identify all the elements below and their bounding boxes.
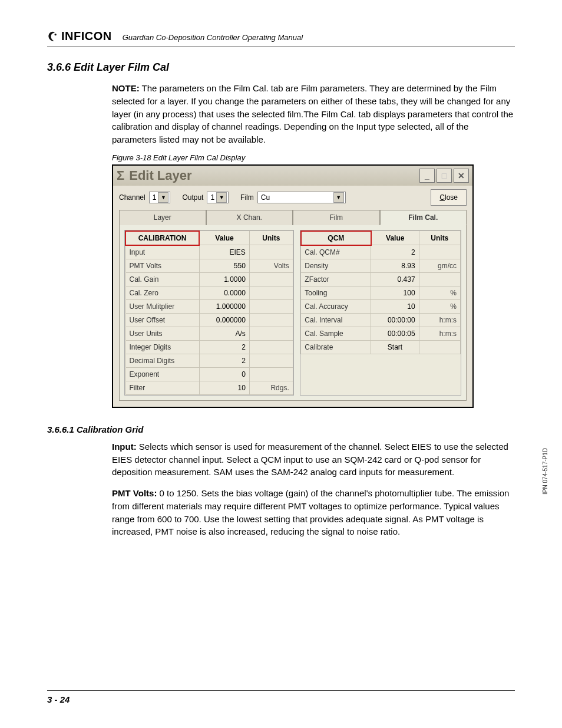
brand-logo: INFICON [47,29,112,43]
ipn-label: IPN 074-517-P1D [542,448,548,495]
row-label: Decimal Digits [125,354,199,367]
row-units [249,299,293,313]
row-label: Cal. Accuracy [301,299,371,313]
table-row: Filter10Rdgs. [125,381,293,394]
table-row: CalibrateStart [301,340,461,354]
close-button[interactable]: Close [431,189,467,206]
row-units: Rdgs. [249,381,293,394]
channel-label: Channel [119,193,146,202]
row-label: Calibrate [301,340,371,354]
table-row: User Mulitplier1.000000 [125,299,293,313]
subsection-heading: 3.6.6.1 Calibration Grid [47,424,515,434]
calibration-grid: CALIBRATION Value Units InputEIES PMT Vo… [124,230,294,396]
empty-cell [371,354,419,365]
table-row: Cal. Sample00:00:05h:m:s [301,327,461,340]
sigma-icon: Σ [117,168,124,183]
row-units: Volts [249,259,293,272]
table-row: User Offset0.000000 [125,313,293,327]
row-value[interactable]: 2 [199,354,249,367]
row-value[interactable]: 00:00:00 [371,313,419,327]
titlebar: Σ Edit Layer _ □ ✕ [113,166,472,186]
tab-xchan[interactable]: X Chan. [206,210,293,225]
minimize-button[interactable]: _ [419,169,435,183]
row-value[interactable]: EIES [199,245,249,259]
row-label: Cal. QCM# [301,245,371,259]
calibrate-start[interactable]: Start [371,340,419,354]
row-units: % [419,299,460,313]
page-footer: 3 - 24 [47,690,515,704]
row-units: h:m:s [419,313,460,327]
close-icon: ✕ [458,171,465,180]
film-value: Cu [261,193,270,202]
row-label: PMT Volts [125,259,199,272]
row-value[interactable]: 00:00:05 [371,327,419,340]
table-row: Cal. Zero0.0000 [125,286,293,299]
film-label: Film [240,193,254,202]
row-units [249,286,293,299]
output-select[interactable]: 1 ▼ [207,192,229,203]
qcm-grid: QCM Value Units Cal. QCM#2 Density8.93gm… [300,230,461,396]
row-label: User Units [125,327,199,340]
row-label: Tooling [301,286,371,299]
tab-filmcal[interactable]: Film Cal. [380,210,467,225]
table-row: Exponent0 [125,367,293,381]
empty-cell [371,377,419,389]
empty-cell [419,354,460,365]
tab-film[interactable]: Film [293,210,380,225]
row-units [249,354,293,367]
row-units [249,327,293,340]
row-value[interactable]: 8.93 [371,259,419,272]
row-label: User Offset [125,313,199,327]
p1-text: Selects which sensor is used for measure… [112,442,508,477]
row-value[interactable]: 0.437 [371,272,419,286]
row-label: Exponent [125,367,199,381]
table-row: PMT Volts550Volts [125,259,293,272]
row-units [419,340,460,354]
row-value[interactable]: 0 [199,367,249,381]
row-value[interactable]: 0.000000 [199,313,249,327]
page-number: 3 - 24 [47,694,70,704]
row-label: ZFactor [301,272,371,286]
row-value[interactable]: 1.000000 [199,299,249,313]
close-x-button[interactable]: ✕ [454,169,469,183]
note-block: NOTE: The parameters on the Film Cal. ta… [112,82,515,146]
swirl-icon [47,31,59,42]
cal-value-header: Value [199,231,249,245]
row-value[interactable]: 10 [371,299,419,313]
table-row [301,354,461,365]
maximize-icon: □ [442,171,447,180]
row-value[interactable]: A/s [199,327,249,340]
channel-select[interactable]: 1 ▼ [149,192,171,203]
row-value[interactable]: 1.0000 [199,272,249,286]
table-row [301,377,461,389]
note-label: NOTE: [112,83,140,93]
maximize-button[interactable]: □ [437,169,452,183]
row-label: Cal. Gain [125,272,199,286]
row-units [419,245,460,259]
brand-text: INFICON [61,29,112,43]
table-row: Cal. Gain1.0000 [125,272,293,286]
empty-cell [301,354,371,365]
row-units [249,272,293,286]
tab-layer[interactable]: Layer [119,210,206,225]
empty-cell [301,365,371,377]
tab-strip: Layer X Chan. Film Film Cal. [113,209,472,225]
row-value[interactable]: 100 [371,286,419,299]
p2-text: 0 to 1250. Sets the bias voltage (gain) … [112,488,509,536]
cal-units-header: Units [249,231,293,245]
figure-caption: Figure 3-18 Edit Layer Film Cal Display [112,153,515,162]
row-value[interactable]: 2 [199,340,249,354]
row-units: % [419,286,460,299]
row-value[interactable]: 550 [199,259,249,272]
table-row: InputEIES [125,245,293,259]
row-value[interactable]: 0.0000 [199,286,249,299]
paragraph-pmt: PMT Volts: 0 to 1250. Sets the bias volt… [112,487,515,538]
film-select[interactable]: Cu ▼ [257,192,346,203]
row-value[interactable]: 10 [199,381,249,394]
row-value[interactable]: 2 [371,245,419,259]
channel-value: 1 [153,193,157,202]
close-underline: C [439,193,445,202]
qcm-units-header: Units [419,231,460,245]
note-text: The parameters on the Film Cal. tab are … [112,83,513,144]
output-label: Output [182,193,203,202]
